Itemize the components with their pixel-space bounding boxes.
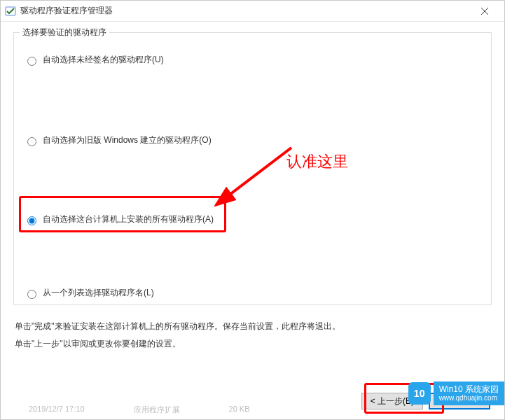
client-area: 选择要验证的驱动程序 自动选择未经签名的驱动程序(U) 自动选择为旧版 Wind…: [1, 22, 504, 419]
radio-all-input[interactable]: [27, 216, 36, 225]
close-button[interactable]: [469, 1, 500, 22]
back-button[interactable]: < 上一步(B): [361, 393, 423, 410]
group-legend: 选择要验证的驱动程序: [20, 27, 109, 38]
radio-legacy[interactable]: 自动选择为旧版 Windows 建立的驱动程序(O): [24, 133, 481, 148]
finish-button[interactable]: 完成: [429, 393, 490, 410]
radio-unsigned-label[interactable]: 自动选择未经签名的驱动程序(U): [43, 54, 164, 66]
radio-fromlist-label[interactable]: 从一个列表选择驱动程序名(L): [43, 287, 154, 299]
radio-legacy-label[interactable]: 自动选择为旧版 Windows 建立的驱动程序(O): [43, 134, 212, 146]
radio-unsigned-input[interactable]: [27, 57, 36, 66]
radio-unsigned[interactable]: 自动选择未经签名的驱动程序(U): [24, 52, 481, 67]
help-line-2: 单击"上一步"以审阅或更改你要创建的设置。: [15, 335, 492, 353]
dialog-window: 驱动程序验证程序管理器 选择要验证的驱动程序 自动选择未经签名的驱动程序(U) …: [0, 0, 505, 420]
radio-legacy-input[interactable]: [27, 137, 36, 146]
window-title: 驱动程序验证程序管理器: [20, 5, 469, 17]
close-icon: [481, 8, 488, 15]
radio-all-label[interactable]: 自动选择这台计算机上安装的所有驱动程序(A): [43, 214, 214, 225]
radio-fromlist-input[interactable]: [27, 290, 36, 299]
titlebar: 驱动程序验证程序管理器: [1, 1, 504, 22]
radio-all[interactable]: 自动选择这台计算机上安装的所有驱动程序(A): [24, 212, 481, 227]
help-line-1: 单击"完成"来验证安装在这部计算机上的所有驱动程序。保存当前设置，此程序将退出。: [15, 318, 492, 335]
radio-fromlist[interactable]: 从一个列表选择驱动程序名(L): [24, 286, 481, 300]
driver-select-group: 选择要验证的驱动程序 自动选择未经签名的驱动程序(U) 自动选择为旧版 Wind…: [13, 32, 492, 305]
wizard-buttons: < 上一步(B) 完成: [361, 393, 490, 410]
app-icon: [5, 6, 16, 17]
help-text: 单击"完成"来验证安装在这部计算机上的所有驱动程序。保存当前设置，此程序将退出。…: [13, 318, 492, 353]
